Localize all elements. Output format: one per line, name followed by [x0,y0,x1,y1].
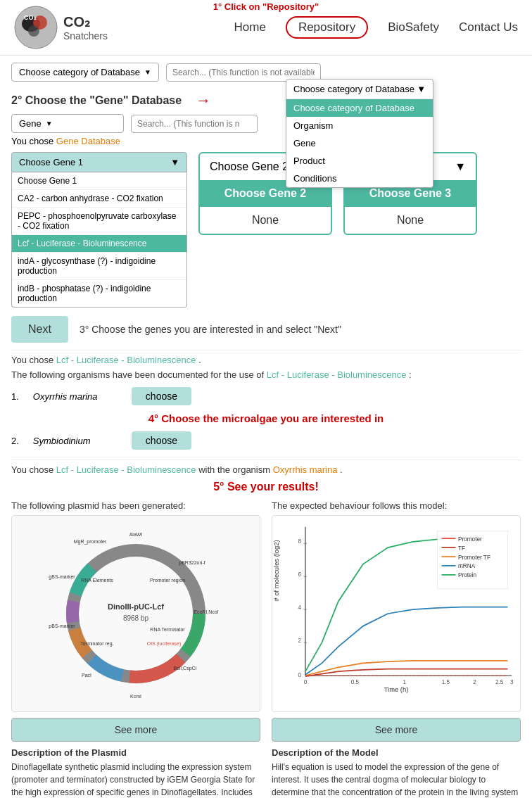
model-label: The expected behaviour follows this mode… [272,500,521,511]
svg-point-3 [28,25,39,37]
category-dropdown-overlay[interactable]: Choose category of Database ▼ Choose cat… [286,79,433,188]
results-intro: You chose Lcf - Luciferase - Bioluminesc… [11,464,521,475]
gene1-item-1[interactable]: CA2 - carbon anhydrase - CO2 fixation [12,190,186,208]
overlay-item-3[interactable]: Product [286,152,433,170]
plasmid-see-more-button[interactable]: See more [11,718,260,742]
svg-text:OIS (luciferase): OIS (luciferase) [147,641,182,647]
gene1-item-3[interactable]: Lcf - Luciferase - Bioluminescence [12,235,186,253]
model-col: The expected behaviour follows this mode… [272,500,521,798]
svg-text:6: 6 [298,571,302,578]
organism-2-num: 2. [11,436,19,446]
svg-text:pBR322ori-f: pBR322ori-f [179,560,205,566]
plasmid-label: The following plasmid has been generated… [11,500,260,511]
overlay-item-0[interactable]: Choose category of Database [286,99,433,117]
model-desc-text: Hill's equation is used to model the exp… [272,761,521,798]
svg-text:gBS-marker: gBS-marker [49,574,75,580]
overlay-item-4[interactable]: Conditions [286,170,433,187]
gene1-item-4[interactable]: indA - glycosynthase (?) - indigoidine p… [12,253,186,280]
model-desc-title: Description of the Model [272,747,521,758]
gene2-header: Choose Gene 2 [210,160,289,173]
svg-text:8968 bp: 8968 bp [123,614,149,622]
category-label: Choose category of Database [19,67,140,77]
category-dropdown[interactable]: Choose category of Database ▼ [11,63,159,82]
organism-1-num: 1. [11,391,19,402]
following-gene-link: Lcf - Luciferase - Bioluminescence [267,369,407,380]
results-cols: The following plasmid has been generated… [11,500,521,798]
svg-text:pBS-marker: pBS-marker [49,623,75,629]
plasmid-image-box: DinoIII-pUC-Lcf 8968 bp AlaWI pBR322ori-… [11,515,260,712]
svg-text:0: 0 [304,679,308,685]
nav-home[interactable]: Home [234,20,266,34]
following-organisms-text: The following organisms have been docume… [11,369,521,380]
nav-biosafety[interactable]: BioSafety [388,20,439,34]
step3-annotation: 3° Choose the genes you are interested i… [80,324,341,335]
gene3-selected: Choose Gene 3 [369,187,451,199]
svg-text:Promoter region: Promoter region [150,578,185,583]
step2-row: Gene ▼ [11,114,521,133]
step1-row: Choose category of Database ▼ [11,63,521,82]
svg-text:KcmI: KcmI [130,694,141,699]
svg-text:Promoter TF: Promoter TF [458,555,490,561]
logo: CO₂ CO₂ Snatchers [14,6,108,49]
model-chart-svg: # of molecules (log2) Time (h) 0 2 4 6 8… [272,516,520,711]
svg-text:1.5: 1.5 [442,679,450,685]
svg-text:DinoIII-pUC-Lcf: DinoIII-pUC-Lcf [108,602,164,611]
svg-text:Protein: Protein [458,572,476,578]
svg-text:PacI: PacI [82,673,91,678]
svg-text:Promoter: Promoter [458,536,482,543]
gene-result-link: Lcf - Luciferase - Bioluminescence [56,355,196,365]
choose-organism-1-button[interactable]: choose [132,387,191,405]
gene-category-dropdown[interactable]: Gene ▼ [11,114,124,133]
model-chart-box: # of molecules (log2) Time (h) 0 2 4 6 8… [272,515,521,712]
svg-text:3: 3 [510,679,514,685]
category-arrow-icon: ▼ [144,68,151,76]
organism-2-name: Symbiodinium [33,436,118,446]
svg-text:0.5: 0.5 [351,679,360,685]
gene-selectors: Choose Gene 1 ▼ Choose Gene 1 CA2 - carb… [11,152,521,308]
organism-row-1: 1. Oxyrrhis marina choose [11,387,521,405]
logo-co2-text: CO₂ [63,13,108,30]
svg-text:Terminator reg.: Terminator reg. [80,641,113,647]
step2-text: 2° Choose the "Gene" Database [11,94,182,107]
step4-annotation: 4° Choose the microalgae you are interes… [11,412,521,424]
gene1-item-5[interactable]: indB - phosphatase (?) - indigoidine pro… [12,280,186,307]
plasmid-svg: DinoIII-pUC-Lcf 8968 bp AlaWI pBR322ori-… [44,522,227,705]
plasmid-desc-title: Description of the Plasmid [11,747,260,758]
next-row: Next 3° Choose the genes you are interes… [11,316,521,343]
gene1-selector[interactable]: Choose Gene 1 ▼ Choose Gene 1 CA2 - carb… [11,152,187,308]
red-arrow-icon: → [196,91,211,110]
overlay-item-2[interactable]: Gene [286,134,433,152]
organism-1-name: Oxyrrhis marina [33,391,118,402]
gene-db-link: Gene Database [56,136,120,146]
model-see-more-button[interactable]: See more [272,718,521,742]
gene1-list: Choose Gene 1 CA2 - carbon anhydrase - C… [11,172,187,308]
svg-text:CO₂: CO₂ [24,14,37,21]
step2-annotation-row: 2° Choose the "Gene" Database → [11,91,521,110]
nav-repository[interactable]: Repository [286,16,368,39]
choose-organism-2-button[interactable]: choose [132,431,191,450]
overlay-item-1[interactable]: Organism [286,117,433,134]
nav-contact[interactable]: Contact Us [459,20,518,34]
gene2-selected: Choose Gene 2 [224,187,306,199]
gene1-header: Choose Gene 1 [19,157,83,167]
gene2-none: None [252,214,279,226]
gene1-item-2[interactable]: PEPC - phosphoenolpyruvate carboxylase -… [12,208,186,235]
svg-text:2: 2 [473,679,476,685]
gene3-none: None [397,214,424,226]
svg-text:EcoRI,NcoI: EcoRI,NcoI [194,609,218,614]
gene-search-input[interactable] [131,115,258,133]
plasmid-col: The following plasmid has been generated… [11,500,260,798]
you-chose-gene-result: You chose Lcf - Luciferase - Bioluminesc… [11,355,521,365]
svg-text:MgR_promoter: MgR_promoter [74,539,107,545]
gene1-item-0[interactable]: Choose Gene 1 [12,172,186,190]
results-gene-link: Lcf - Luciferase - Bioluminescence [56,464,196,475]
svg-text:4: 4 [298,604,302,611]
svg-text:RNA Terminator: RNA Terminator [150,627,185,632]
next-button[interactable]: Next [11,316,68,343]
overlay-header: Choose category of Database ▼ [286,80,433,99]
main-nav: Home Repository BioSafety Contact Us [129,16,518,39]
logo-snatchers-text: Snatchers [63,30,108,42]
svg-text:BclI,CspCI: BclI,CspCI [173,666,196,671]
results-org-link: Oxyrrhis marina [273,464,338,475]
svg-text:2.5: 2.5 [495,679,504,685]
